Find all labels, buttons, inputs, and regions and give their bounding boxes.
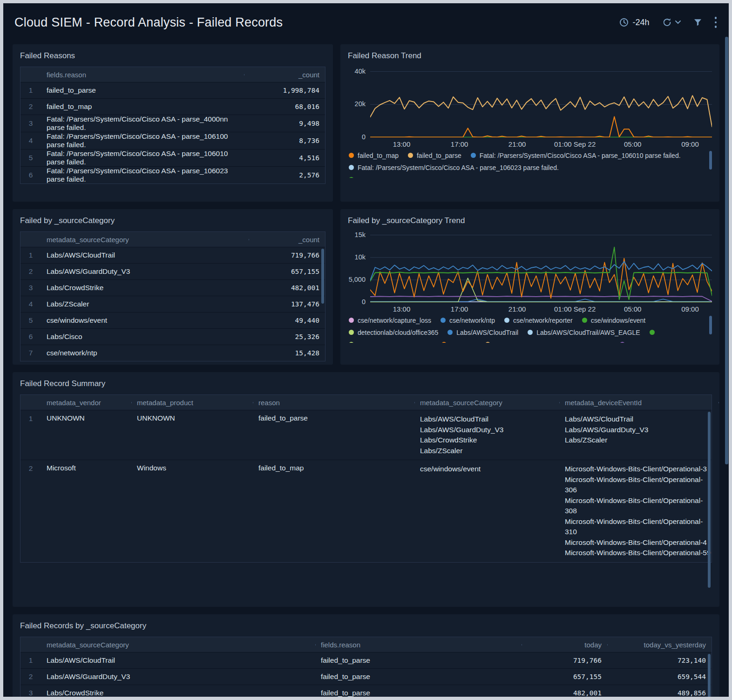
row-index: 7 — [20, 349, 41, 357]
column-header-cat[interactable]: metadata_sourceCategory — [414, 399, 559, 407]
column-header-reason[interactable]: fields.reason — [315, 641, 522, 649]
table-row[interactable]: 3Fatal: /Parsers/System/Cisco/Cisco ASA … — [20, 115, 325, 132]
legend-item[interactable]: failed_to_map — [349, 151, 399, 160]
cell-cat: Labs/CrowdStrike — [41, 689, 315, 697]
x-tick-label: 21:00 — [508, 305, 526, 313]
kebab-menu-button[interactable] — [715, 16, 717, 29]
chart-plot-area[interactable] — [370, 231, 712, 302]
legend-dot — [349, 177, 354, 178]
legend-item-clipped[interactable] — [349, 175, 684, 178]
cell-count: 482,001 — [249, 284, 325, 292]
panel-title: Failed by _sourceCategory Trend — [348, 216, 712, 225]
cell-reason: failed_to_parse — [315, 656, 522, 665]
table-row[interactable]: 2Labs/AWS/GuardDuty_V3657,155 — [20, 263, 325, 279]
table-row[interactable]: 6Fatal: /Parsers/System/Cisco/Cisco ASA … — [20, 166, 325, 183]
cell-total: 49,440 — [718, 464, 719, 471]
panel-failed-record-summary: Failed Record Summary metadata_vendormet… — [13, 372, 719, 607]
column-header-total[interactable]: Total — [718, 399, 719, 407]
x-tick-label: 21:00 — [508, 140, 526, 148]
legend-item[interactable]: detectionlab/cloud/office365 — [349, 328, 438, 337]
legend-label: Labs/AWS/CloudTrail/AWS_EAGLE — [536, 329, 640, 336]
legend-dot — [349, 330, 354, 335]
column-header-tvy[interactable]: today_vs_yesterday — [607, 641, 712, 649]
table-row[interactable]: 4Fatal: /Parsers/System/Cisco/Cisco ASA … — [20, 132, 325, 149]
x-axis-labels: 13:0017:0021:0001:00 Sep 2205:0009:00 — [370, 137, 712, 150]
cell-cat: Labs/AWS/CloudTrailLabs/AWS/GuardDuty_V3… — [414, 414, 559, 456]
table-row[interactable]: 3Labs/CrowdStrikefailed_to_parse482,0014… — [20, 685, 712, 700]
row-index: 5 — [20, 316, 41, 325]
legend-dot — [441, 342, 447, 343]
column-header-eventid[interactable]: metadata_deviceEventId — [559, 399, 718, 407]
legend-dot — [447, 330, 453, 335]
table-row[interactable]: 3Labs/CrowdStrike482,001 — [20, 279, 325, 296]
legend-item[interactable]: cse/network/ntp — [441, 316, 495, 325]
legend-dot — [408, 153, 413, 158]
legend-item[interactable]: cse/network/reporter — [504, 316, 573, 325]
cell-today: 719,766 — [522, 657, 607, 664]
column-header-product[interactable]: metadata_product — [131, 399, 253, 407]
legend-item[interactable]: Fatal: /Parsers/System/Cisco/Cisco ASA -… — [349, 163, 559, 172]
legend-dot — [441, 318, 446, 323]
refresh-button[interactable] — [662, 17, 681, 27]
legend-item[interactable]: Fatal: /Parsers/System/Cisco/Cisco ASA -… — [471, 151, 681, 160]
time-range-selector[interactable]: -24h — [619, 18, 649, 27]
table-row[interactable]: 5Fatal: /Parsers/System/Cisco/Cisco ASA … — [20, 149, 325, 166]
legend-item[interactable]: cse/network/capture_loss — [349, 316, 431, 325]
legend-dot — [349, 342, 354, 343]
table-row[interactable]: 2MicrosoftWindowsfailed_to_mapcse/window… — [20, 460, 712, 562]
table-row[interactable]: 1UNKNOWNUNKNOWNfailed_to_parseLabs/AWS/C… — [20, 410, 712, 460]
column-header-reason[interactable]: reason — [253, 399, 414, 407]
legend-item-clipped[interactable] — [349, 340, 432, 343]
legend-label: failed_to_map — [358, 152, 399, 159]
legend-item[interactable]: cse/windows/event — [582, 316, 646, 325]
legend-item-clipped[interactable] — [620, 340, 657, 343]
cell-cat: cse/windows/event — [414, 464, 559, 475]
legend-item[interactable]: Labs/AWS/CloudTrail — [447, 328, 518, 337]
page-scrollbar[interactable] — [725, 37, 728, 464]
filter-button[interactable] — [693, 18, 703, 27]
panel-failed-reason-trend: Failed Reason Trend 020k40k 13:0017:0021… — [340, 44, 719, 202]
legend-dot — [504, 318, 509, 323]
table-row[interactable]: 2Labs/AWS/GuardDuty_V3failed_to_parse657… — [20, 668, 712, 685]
legend-item-clipped[interactable] — [650, 328, 703, 337]
y-axis-labels: 05,00010k15k — [348, 231, 370, 302]
table-scrollbar[interactable] — [708, 412, 711, 588]
table-row[interactable]: 4Labs/ZScaler137,476 — [20, 296, 325, 312]
column-header-cat[interactable]: metadata_sourceCategory — [41, 236, 249, 244]
table-row[interactable]: 7cse/network/ntp15,428 — [20, 345, 325, 361]
legend-item[interactable]: Labs/AWS/CloudTrail/AWS_EAGLE — [528, 328, 640, 337]
x-tick-label: 17:00 — [451, 140, 468, 148]
table-scrollbar[interactable] — [321, 249, 324, 304]
column-header-reason[interactable]: fields.reason — [41, 71, 244, 79]
panel-failed-reasons: Failed Reasons fields.reason_count1faile… — [13, 44, 333, 202]
cell-reason: failed_to_map — [253, 464, 414, 472]
legend-item[interactable]: failed_to_parse — [408, 151, 461, 160]
column-header-vendor[interactable]: metadata_vendor — [41, 399, 131, 407]
table-row[interactable]: 5cse/windows/event49,440 — [20, 312, 325, 328]
table-scrollbar[interactable] — [708, 654, 711, 700]
table-row[interactable]: 1Labs/AWS/CloudTrail719,766 — [20, 247, 325, 263]
clock-icon — [619, 18, 629, 27]
cell-count: 657,155 — [249, 268, 325, 275]
table-header-row: metadata_sourceCategory_count — [20, 232, 325, 247]
column-header-cat[interactable]: metadata_sourceCategory — [41, 641, 315, 649]
table-row[interactable]: 1Labs/AWS/CloudTrailfailed_to_parse719,7… — [20, 652, 712, 668]
table-row[interactable]: 1failed_to_parse1,998,784 — [20, 82, 325, 98]
legend-scrollbar[interactable] — [709, 151, 712, 170]
row-index: 1 — [20, 414, 41, 423]
legend-label: cse/windows/event — [591, 317, 646, 324]
table-header-row: metadata_vendormetadata_productreasonmet… — [20, 395, 712, 410]
column-header-count[interactable]: _count — [244, 71, 325, 79]
column-header-today[interactable]: today — [522, 641, 607, 649]
table-row[interactable]: 2failed_to_map68,016 — [20, 98, 325, 115]
table-header-row: metadata_sourceCategoryfields.reasontoda… — [20, 637, 712, 652]
cell-count: 49,440 — [249, 317, 325, 324]
chart-legend: cse/network/capture_losscse/network/ntpc… — [348, 315, 712, 343]
legend-item-clipped[interactable] — [441, 340, 476, 343]
table-row[interactable]: 6Labs/Cisco25,326 — [20, 328, 325, 345]
chart-legend: failed_to_mapfailed_to_parseFatal: /Pars… — [348, 150, 712, 178]
column-header-count[interactable]: _count — [249, 236, 325, 244]
legend-item-clipped[interactable] — [485, 340, 610, 343]
legend-scrollbar[interactable] — [709, 316, 712, 334]
chart-plot-area[interactable] — [370, 67, 712, 137]
